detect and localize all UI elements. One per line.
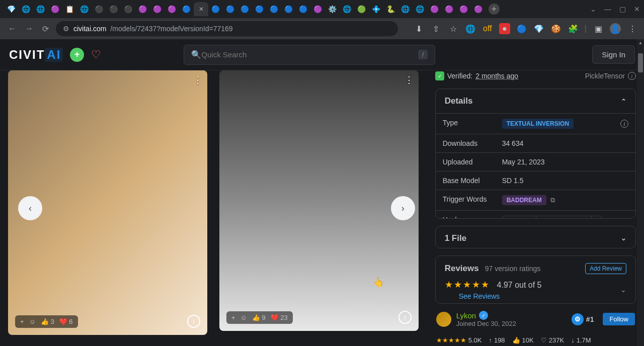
forward-button[interactable]: → [23,24,35,33]
trigger-word-badge[interactable]: BADDREAM [502,195,546,205]
extension-icon[interactable]: 💎 [533,23,544,34]
tab[interactable]: 🌐 [33,2,48,16]
extension-icon[interactable]: ● [499,23,510,34]
maximize-icon[interactable]: ▢ [619,5,626,13]
share-icon[interactable]: ⇧ [431,23,442,34]
tab[interactable]: ⚙️ [325,2,340,16]
address-bar[interactable]: ⚙ civitai.com/models/72437?modelVersionI… [56,21,398,36]
scroll-thumb[interactable] [638,53,643,72]
reactions-bar[interactable]: + ☺ 👍 3 ❤️ 6 [15,315,78,328]
extensions-icon[interactable]: 🧩 [568,23,579,34]
extension-icon[interactable]: 🍪 [550,23,561,34]
tab[interactable]: 🌐 [340,2,354,16]
tab[interactable]: 🌐 [398,2,413,16]
author-row: Lykon ✓ Joined Dec 30, 2022 ⚙ #1 Follow [435,311,636,327]
tab[interactable]: 🐍 [383,2,398,16]
scrollbar[interactable]: ▲ [637,39,644,346]
site-header: CIVITAI + ♡ 🔍 / Sign In [0,39,644,70]
new-tab-button[interactable]: + [489,4,500,15]
logo[interactable]: CIVITAI [9,48,63,62]
browser-toolbar: ← → ⟳ ⚙ civitai.com/models/72437?modelVe… [0,18,644,39]
install-icon[interactable]: ⬇ [414,23,425,34]
emoji-icon[interactable]: ☺ [240,314,247,321]
dropdown-icon[interactable]: ⌄ [590,5,596,13]
bookmark-icon[interactable]: ☆ [448,23,459,34]
gallery-image[interactable]: ⋮ + ☺ 👍 9 ❤️ 23 i [219,70,419,331]
gallery-prev-button[interactable]: ‹ [18,196,42,220]
tab-active[interactable]: ✕ [194,2,208,16]
favorites-button[interactable]: ♡ [91,48,101,61]
profile-icon[interactable]: 👤 [610,23,621,34]
tab[interactable]: 🟣 [427,2,442,16]
more-icon[interactable]: ⋮ [193,74,202,85]
files-panel[interactable]: 1 File ⌄ [435,226,636,248]
info-icon[interactable]: i [398,311,412,324]
type-badge: TEXTUAL INVERSION [502,119,574,129]
tab[interactable]: 🟣 [150,2,165,16]
minimize-icon[interactable]: — [604,5,611,13]
see-reviews-link[interactable]: See Reviews [459,292,500,300]
tab[interactable]: 💎 [4,2,19,16]
tab[interactable]: 🟢 [354,2,369,16]
tab[interactable]: ⚫ [121,2,135,16]
tab[interactable]: ⚫ [92,2,106,16]
back-button[interactable]: ← [6,24,18,33]
tab[interactable]: 🌐 [77,2,92,16]
tab[interactable]: ⚫ [106,2,121,16]
tab[interactable]: 🌐 [413,2,427,16]
chevron-down-icon[interactable]: ⌄ [620,286,626,294]
tab[interactable]: 🟣 [442,2,456,16]
site-settings-icon[interactable]: ⚙ [63,25,69,33]
info-icon[interactable]: i [620,120,628,128]
close-icon[interactable]: ✕ [197,6,206,13]
create-button[interactable]: + [70,48,84,62]
search-input[interactable] [201,50,418,59]
tab[interactable]: 🔵 [208,2,223,16]
info-icon[interactable]: i [187,315,200,328]
add-review-button[interactable]: Add Review [585,263,626,274]
add-reaction-icon[interactable]: + [231,314,235,321]
url-path: /models/72437?modelVersionId=77169 [110,25,232,33]
tab[interactable]: 🔵 [252,2,267,16]
extension-icon[interactable]: off [482,23,493,34]
emoji-icon[interactable]: ☺ [29,318,36,325]
follow-button[interactable]: Follow [603,313,635,325]
version-ratings: 97 version ratings [485,265,541,273]
scroll-up-icon[interactable]: ▲ [637,39,644,46]
menu-icon[interactable]: ⋮ [627,23,638,34]
add-reaction-icon[interactable]: + [20,318,24,325]
tab[interactable]: 📋 [62,2,77,16]
chevron-right-icon[interactable]: › [592,216,602,219]
reload-button[interactable]: ⟳ [40,24,51,34]
tab[interactable]: 🔵 [296,2,310,16]
tab[interactable]: 🟣 [48,2,62,16]
extension-icon[interactable]: 🔵 [516,23,527,34]
details-header[interactable]: Details ⌃ [436,89,635,113]
sign-in-button[interactable]: Sign In [592,45,635,64]
tab[interactable]: 🟣 [165,2,179,16]
tab[interactable]: 🔵 [179,2,194,16]
hash-selector[interactable]: AUTOV2758AAC4435› [502,216,602,219]
tab[interactable]: 💠 [369,2,383,16]
copy-icon[interactable]: ⧉ [550,196,555,204]
tab[interactable]: 🔵 [237,2,252,16]
close-window-icon[interactable]: ✕ [634,5,640,13]
verified-time[interactable]: 2 months ago [475,72,518,80]
tab[interactable]: 🔵 [281,2,296,16]
info-icon[interactable]: i [628,72,636,80]
tab[interactable]: 🔵 [223,2,237,16]
gallery-next-button[interactable]: › [391,196,415,220]
tab[interactable]: 🟣 [135,2,150,16]
tab[interactable]: 🔵 [267,2,281,16]
reactions-bar[interactable]: + ☺ 👍 9 ❤️ 23 [226,311,293,324]
sidepanel-icon[interactable]: ▣ [593,23,604,34]
tab[interactable]: 🟣 [456,2,471,16]
extension-icon[interactable]: 🌐 [465,23,476,34]
tab[interactable]: 🟣 [471,2,486,16]
tab[interactable]: 🟣 [310,2,325,16]
tab[interactable]: 🌐 [19,2,33,16]
more-icon[interactable]: ⋮ [405,74,414,85]
author-name[interactable]: Lykon [456,311,476,320]
search-box[interactable]: 🔍 / [184,45,435,65]
avatar[interactable] [436,312,451,327]
